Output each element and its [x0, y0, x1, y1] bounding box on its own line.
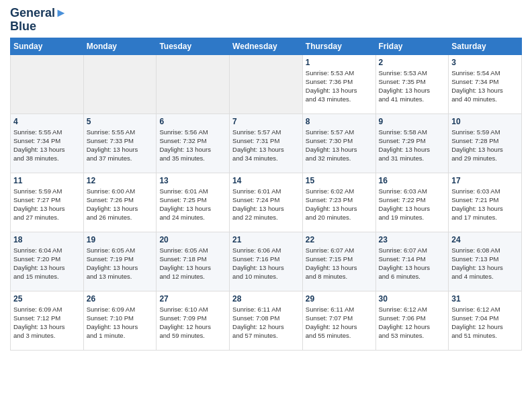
cell-content: Sunrise: 5:59 AM Sunset: 7:27 PM Dayligh… — [13, 187, 81, 222]
cell-content: Sunrise: 6:03 AM Sunset: 7:21 PM Dayligh… — [451, 187, 519, 222]
cell-content: Sunrise: 6:00 AM Sunset: 7:26 PM Dayligh… — [87, 187, 154, 222]
day-number: 30 — [379, 294, 446, 304]
weekday-header: Sunday — [11, 38, 84, 54]
calendar-cell: 22Sunrise: 6:07 AM Sunset: 7:15 PM Dayli… — [302, 232, 375, 291]
calendar-cell: 13Sunrise: 6:01 AM Sunset: 7:25 PM Dayli… — [157, 173, 230, 232]
cell-content: Sunrise: 6:02 AM Sunset: 7:23 PM Dayligh… — [306, 187, 373, 222]
calendar-cell: 31Sunrise: 6:12 AM Sunset: 7:04 PM Dayli… — [449, 291, 522, 350]
calendar-table: SundayMondayTuesdayWednesdayThursdayFrid… — [10, 38, 522, 351]
calendar-week-row: 25Sunrise: 6:09 AM Sunset: 7:12 PM Dayli… — [11, 291, 522, 350]
calendar-cell: 1Sunrise: 5:53 AM Sunset: 7:36 PM Daylig… — [302, 54, 375, 113]
day-number: 9 — [379, 117, 446, 126]
calendar-cell: 26Sunrise: 6:09 AM Sunset: 7:10 PM Dayli… — [83, 291, 157, 350]
day-number: 12 — [87, 176, 154, 185]
day-number: 11 — [13, 176, 81, 185]
cell-content: Sunrise: 6:09 AM Sunset: 7:12 PM Dayligh… — [13, 305, 81, 340]
cell-content: Sunrise: 5:57 AM Sunset: 7:30 PM Dayligh… — [306, 128, 373, 163]
calendar-cell — [230, 54, 303, 113]
cell-content: Sunrise: 5:55 AM Sunset: 7:34 PM Dayligh… — [13, 128, 81, 163]
cell-content: Sunrise: 5:53 AM Sunset: 7:36 PM Dayligh… — [306, 68, 373, 104]
calendar-cell: 20Sunrise: 6:05 AM Sunset: 7:18 PM Dayli… — [157, 232, 230, 291]
cell-content: Sunrise: 6:04 AM Sunset: 7:20 PM Dayligh… — [13, 246, 81, 281]
calendar-week-row: 18Sunrise: 6:04 AM Sunset: 7:20 PM Dayli… — [11, 232, 522, 291]
day-number: 17 — [451, 176, 519, 185]
calendar-cell: 8Sunrise: 5:57 AM Sunset: 7:30 PM Daylig… — [302, 113, 375, 173]
day-number: 25 — [13, 294, 81, 304]
day-number: 26 — [87, 294, 154, 304]
cell-content: Sunrise: 6:01 AM Sunset: 7:24 PM Dayligh… — [232, 187, 300, 222]
calendar-cell: 3Sunrise: 5:54 AM Sunset: 7:34 PM Daylig… — [449, 54, 522, 113]
cell-content: Sunrise: 5:59 AM Sunset: 7:28 PM Dayligh… — [451, 128, 519, 163]
day-number: 16 — [379, 176, 446, 185]
day-number: 10 — [451, 117, 519, 126]
day-number: 1 — [306, 58, 373, 67]
day-number: 5 — [87, 117, 154, 126]
cell-content: Sunrise: 6:05 AM Sunset: 7:18 PM Dayligh… — [159, 246, 226, 281]
cell-content: Sunrise: 6:11 AM Sunset: 7:07 PM Dayligh… — [306, 305, 373, 340]
calendar-cell: 14Sunrise: 6:01 AM Sunset: 7:24 PM Dayli… — [230, 173, 303, 232]
calendar-week-row: 11Sunrise: 5:59 AM Sunset: 7:27 PM Dayli… — [11, 173, 522, 232]
day-number: 20 — [159, 235, 226, 244]
calendar-week-row: 1Sunrise: 5:53 AM Sunset: 7:36 PM Daylig… — [11, 54, 522, 113]
weekday-header: Tuesday — [157, 38, 230, 54]
calendar-cell: 5Sunrise: 5:55 AM Sunset: 7:33 PM Daylig… — [83, 113, 157, 173]
calendar-cell: 2Sunrise: 5:53 AM Sunset: 7:35 PM Daylig… — [375, 54, 449, 113]
calendar-cell: 11Sunrise: 5:59 AM Sunset: 7:27 PM Dayli… — [11, 173, 84, 232]
day-number: 4 — [13, 117, 81, 126]
day-number: 6 — [159, 117, 226, 126]
calendar-cell: 12Sunrise: 6:00 AM Sunset: 7:26 PM Dayli… — [83, 173, 157, 232]
day-number: 21 — [232, 235, 300, 244]
cell-content: Sunrise: 6:07 AM Sunset: 7:15 PM Dayligh… — [306, 246, 373, 281]
page-header: General►Blue — [10, 7, 522, 34]
day-number: 31 — [451, 294, 519, 304]
day-number: 8 — [306, 117, 373, 126]
cell-content: Sunrise: 6:11 AM Sunset: 7:08 PM Dayligh… — [232, 305, 300, 340]
calendar-cell: 9Sunrise: 5:58 AM Sunset: 7:29 PM Daylig… — [375, 113, 449, 173]
day-number: 7 — [232, 117, 300, 126]
day-number: 3 — [451, 58, 519, 67]
day-number: 15 — [306, 176, 373, 185]
calendar-cell — [11, 54, 84, 113]
weekday-header: Saturday — [449, 38, 522, 54]
day-number: 27 — [159, 294, 226, 304]
cell-content: Sunrise: 5:56 AM Sunset: 7:32 PM Dayligh… — [159, 128, 226, 163]
cell-content: Sunrise: 5:58 AM Sunset: 7:29 PM Dayligh… — [379, 128, 446, 163]
day-number: 23 — [379, 235, 446, 244]
calendar-header: SundayMondayTuesdayWednesdayThursdayFrid… — [11, 38, 522, 54]
cell-content: Sunrise: 6:12 AM Sunset: 7:06 PM Dayligh… — [379, 305, 446, 340]
cell-content: Sunrise: 6:06 AM Sunset: 7:16 PM Dayligh… — [232, 246, 300, 281]
calendar-cell: 21Sunrise: 6:06 AM Sunset: 7:16 PM Dayli… — [230, 232, 303, 291]
cell-content: Sunrise: 6:12 AM Sunset: 7:04 PM Dayligh… — [451, 305, 519, 340]
calendar-cell — [157, 54, 230, 113]
day-number: 19 — [87, 235, 154, 244]
calendar-week-row: 4Sunrise: 5:55 AM Sunset: 7:34 PM Daylig… — [11, 113, 522, 173]
calendar-cell: 4Sunrise: 5:55 AM Sunset: 7:34 PM Daylig… — [11, 113, 84, 173]
cell-content: Sunrise: 5:57 AM Sunset: 7:31 PM Dayligh… — [232, 128, 300, 163]
cell-content: Sunrise: 6:01 AM Sunset: 7:25 PM Dayligh… — [159, 187, 226, 222]
day-number: 29 — [306, 294, 373, 304]
weekday-header: Wednesday — [230, 38, 303, 54]
calendar-cell: 6Sunrise: 5:56 AM Sunset: 7:32 PM Daylig… — [157, 113, 230, 173]
cell-content: Sunrise: 6:03 AM Sunset: 7:22 PM Dayligh… — [379, 187, 446, 222]
calendar-cell: 17Sunrise: 6:03 AM Sunset: 7:21 PM Dayli… — [449, 173, 522, 232]
day-number: 18 — [13, 235, 81, 244]
calendar-cell: 30Sunrise: 6:12 AM Sunset: 7:06 PM Dayli… — [375, 291, 449, 350]
calendar-cell: 28Sunrise: 6:11 AM Sunset: 7:08 PM Dayli… — [230, 291, 303, 350]
weekday-header: Monday — [83, 38, 157, 54]
calendar-cell: 15Sunrise: 6:02 AM Sunset: 7:23 PM Dayli… — [302, 173, 375, 232]
calendar-cell: 25Sunrise: 6:09 AM Sunset: 7:12 PM Dayli… — [11, 291, 84, 350]
day-number: 2 — [379, 58, 446, 67]
calendar-cell: 16Sunrise: 6:03 AM Sunset: 7:22 PM Dayli… — [375, 173, 449, 232]
calendar-cell: 23Sunrise: 6:07 AM Sunset: 7:14 PM Dayli… — [375, 232, 449, 291]
calendar-cell: 27Sunrise: 6:10 AM Sunset: 7:09 PM Dayli… — [157, 291, 230, 350]
calendar-cell: 19Sunrise: 6:05 AM Sunset: 7:19 PM Dayli… — [83, 232, 157, 291]
cell-content: Sunrise: 6:10 AM Sunset: 7:09 PM Dayligh… — [159, 305, 226, 340]
day-number: 13 — [159, 176, 226, 185]
cell-content: Sunrise: 6:05 AM Sunset: 7:19 PM Dayligh… — [87, 246, 154, 281]
day-number: 24 — [451, 235, 519, 244]
calendar-cell: 10Sunrise: 5:59 AM Sunset: 7:28 PM Dayli… — [449, 113, 522, 173]
calendar-cell: 29Sunrise: 6:11 AM Sunset: 7:07 PM Dayli… — [302, 291, 375, 350]
day-number: 14 — [232, 176, 300, 185]
logo-text: General►Blue — [10, 7, 67, 34]
cell-content: Sunrise: 6:09 AM Sunset: 7:10 PM Dayligh… — [87, 305, 154, 340]
